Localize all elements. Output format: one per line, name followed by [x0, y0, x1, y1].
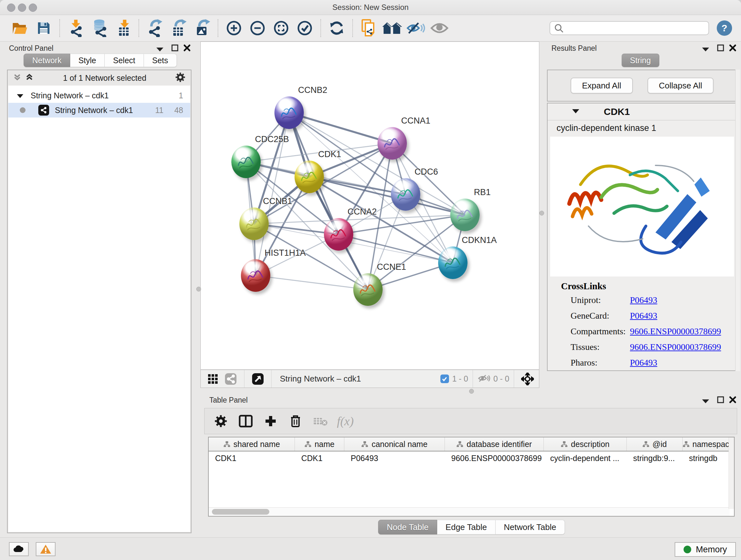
collapse-all-networks-icon[interactable]: [13, 73, 22, 83]
crosslink-link[interactable]: P06493: [630, 358, 657, 368]
network-node-CDC6[interactable]: [391, 178, 420, 211]
column-header-database-identifier[interactable]: database identifier: [445, 437, 544, 451]
tab-network[interactable]: Network: [23, 54, 70, 67]
zoom-fit-icon[interactable]: [269, 18, 293, 38]
expand-all-button[interactable]: Expand All: [570, 78, 633, 94]
import-table-file-icon[interactable]: [111, 18, 135, 38]
network-collection-row[interactable]: String Network – cdk1 1: [8, 88, 190, 103]
column-header-namespace[interactable]: namespace: [683, 437, 734, 451]
control-panel-close-icon[interactable]: [183, 44, 191, 53]
save-session-icon[interactable]: [32, 18, 56, 38]
network-options-gear-icon[interactable]: [176, 72, 185, 83]
grid-view-icon[interactable]: [204, 370, 222, 388]
results-panel-close-icon[interactable]: [729, 44, 737, 53]
network-edge[interactable]: [309, 177, 465, 215]
network-row[interactable]: String Network – cdk1 11 48: [8, 103, 190, 118]
network-node-HIST1H1A[interactable]: [241, 259, 270, 292]
tab-edge-table[interactable]: Edge Table: [437, 520, 495, 535]
new-network-from-selection-icon[interactable]: [357, 18, 381, 38]
column-header-shared-name[interactable]: shared name: [209, 437, 295, 451]
column-header-@id[interactable]: @id: [627, 437, 683, 451]
export-table-icon[interactable]: [166, 18, 190, 38]
add-column-icon[interactable]: [258, 408, 283, 434]
table-horizontal-scrollbar[interactable]: [209, 507, 730, 516]
show-all-icon[interactable]: [428, 18, 451, 38]
zoom-in-icon[interactable]: [222, 18, 246, 38]
results-scrollbar[interactable]: [735, 70, 740, 371]
crosslink-link[interactable]: P06493: [630, 311, 657, 321]
export-network-icon[interactable]: [143, 18, 166, 38]
network-edge[interactable]: [256, 275, 368, 290]
splitter-handle[interactable]: [539, 211, 544, 215]
export-image-icon[interactable]: [190, 18, 214, 38]
tab-select[interactable]: Select: [105, 54, 144, 67]
import-network-database-icon[interactable]: [87, 18, 111, 38]
control-panel-menu-icon[interactable]: [156, 47, 164, 53]
splitter-handle[interactable]: [469, 389, 474, 394]
tab-sets[interactable]: Sets: [144, 54, 177, 67]
show-columns-icon[interactable]: [233, 408, 258, 434]
network-node-RB1[interactable]: [450, 199, 480, 231]
table-cell[interactable]: P06493: [344, 451, 445, 465]
gene-header-row[interactable]: CDK1: [548, 104, 737, 120]
hide-selected-icon[interactable]: [404, 18, 428, 38]
table-panel-float-icon[interactable]: [717, 396, 724, 405]
column-header-description[interactable]: description: [544, 437, 627, 451]
hidden-eye-icon[interactable]: [477, 374, 490, 384]
zoom-selected-icon[interactable]: [293, 18, 317, 38]
table-cell[interactable]: stringdb: [683, 451, 734, 465]
first-neighbors-icon[interactable]: [381, 18, 404, 38]
network-node-CCNE1[interactable]: [353, 273, 383, 306]
table-cell[interactable]: stringdb:9...: [627, 451, 683, 465]
tree-expander-icon[interactable]: [17, 91, 23, 100]
zoom-out-icon[interactable]: [246, 18, 269, 38]
results-panel-float-icon[interactable]: [717, 44, 724, 53]
pan-crosshair-icon[interactable]: [519, 370, 536, 388]
table-cell[interactable]: 9606.ENSP00000378699: [445, 451, 544, 465]
results-panel-menu-icon[interactable]: [701, 47, 710, 53]
refresh-layout-icon[interactable]: [325, 18, 348, 38]
open-file-icon[interactable]: [8, 18, 32, 38]
control-panel-float-icon[interactable]: [171, 44, 179, 53]
network-edge[interactable]: [289, 113, 392, 143]
search-input[interactable]: [549, 21, 709, 35]
tab-style[interactable]: Style: [70, 54, 105, 67]
network-node-CDC25B[interactable]: [231, 145, 261, 178]
splitter-handle[interactable]: [196, 287, 201, 292]
network-node-CDKN1A[interactable]: [438, 246, 468, 279]
memory-button[interactable]: Memory: [675, 542, 736, 557]
results-tab-string[interactable]: String: [622, 54, 659, 67]
network-node-CCNB1[interactable]: [239, 207, 269, 240]
selected-checkbox-icon[interactable]: [441, 374, 449, 383]
table-settings-gear-icon[interactable]: [208, 408, 233, 434]
birds-eye-view-icon[interactable]: [249, 370, 267, 388]
warnings-button[interactable]: [36, 542, 56, 556]
table-row[interactable]: CDK1CDK1P064939606.ENSP00000378699cyclin…: [209, 451, 734, 465]
column-header-canonical-name[interactable]: canonical name: [344, 437, 445, 451]
scrollbar-thumb[interactable]: [212, 509, 269, 515]
expand-all-networks-icon[interactable]: [25, 73, 34, 83]
tab-network-table[interactable]: Network Table: [495, 520, 565, 535]
table-vertical-scrollbar[interactable]: [729, 437, 734, 509]
cloud-button[interactable]: [9, 542, 29, 556]
delete-column-icon[interactable]: [283, 408, 308, 434]
crosslink-link[interactable]: 9606.ENSP00000378699: [630, 342, 721, 352]
table-cell[interactable]: CDK1: [209, 451, 295, 465]
network-node-CDK1[interactable]: [294, 161, 324, 193]
import-network-file-icon[interactable]: [64, 18, 87, 38]
table-panel-close-icon[interactable]: [729, 396, 737, 405]
column-header-name[interactable]: name: [295, 437, 344, 451]
network-node-CCNB2[interactable]: [274, 97, 304, 129]
table-panel-menu-icon[interactable]: [701, 398, 710, 405]
help-button[interactable]: ?: [717, 20, 732, 36]
gene-expander-icon[interactable]: [572, 109, 580, 115]
table-cell[interactable]: CDK1: [295, 451, 344, 465]
crosslink-link[interactable]: 9606.ENSP00000378699: [630, 326, 721, 336]
network-view-canvas[interactable]: CCNB2 CCNA1 CDC25B CDK1: [200, 42, 539, 370]
tab-node-table[interactable]: Node Table: [378, 520, 437, 535]
crosslink-link[interactable]: P06493: [630, 295, 657, 305]
network-node-CCNA1[interactable]: [378, 127, 407, 160]
string-style-icon[interactable]: [222, 370, 240, 388]
collapse-all-button[interactable]: Collapse All: [648, 78, 714, 94]
table-cell[interactable]: cyclin-dependent ...: [544, 451, 627, 465]
